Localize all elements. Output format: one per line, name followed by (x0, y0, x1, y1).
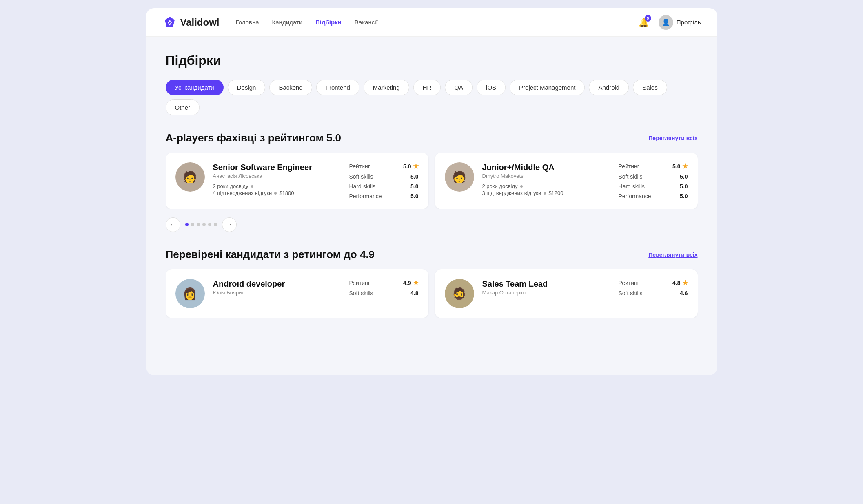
card1-perf-value: 5.0 (410, 193, 418, 199)
page-title: Підбірки (166, 53, 698, 68)
profile-button[interactable]: 👤 Профіль (659, 15, 701, 30)
filter-tags: Усі кандидати Design Backend Frontend Ma… (166, 80, 698, 115)
filter-ios[interactable]: iOS (477, 80, 506, 95)
dot4 (544, 192, 546, 195)
filter-all[interactable]: Усі кандидати (166, 80, 224, 95)
card2-soft-value: 5.0 (680, 173, 688, 180)
card3-avatar: 👩 (175, 279, 205, 308)
card1-salary: $1800 (279, 190, 294, 196)
logo-icon (162, 15, 177, 30)
avatar: 👤 (659, 15, 673, 30)
card3-soft-value: 4.8 (410, 290, 418, 296)
star-icon-4: ★ (682, 279, 688, 287)
filter-project-management[interactable]: Project Management (510, 80, 585, 95)
card2-rating-row: Рейтинг 5.0 ★ (619, 162, 688, 170)
card4-avatar: 🧔 (445, 279, 474, 308)
card1-perf-row: Performance 5.0 (349, 193, 419, 199)
card3-rating-label: Рейтинг (349, 280, 370, 286)
card1-title: Senior Software Engineer (213, 162, 341, 172)
card1-meta: 2 роки досвіду 4 підтверджених відгуки $… (213, 183, 341, 196)
card1-subtitle: Анастасія Лісовська (213, 173, 341, 179)
card3-rating-value: 4.9 ★ (403, 279, 418, 287)
card2-avatar: 🧑 (445, 162, 474, 192)
app-name: Validowl (180, 17, 220, 28)
card1-experience: 2 роки досвіду (213, 183, 248, 189)
star-icon-3: ★ (413, 279, 419, 287)
section2-view-all[interactable]: Переглянути всіх (648, 252, 697, 258)
candidate-card-1[interactable]: 🧑 Senior Software Engineer Анастасія Ліс… (166, 153, 428, 209)
card1-rating-row: Рейтинг 5.0 ★ (349, 162, 419, 170)
carousel-dot-2 (191, 223, 194, 226)
card2-title: Junior+/Middle QA (482, 162, 610, 172)
card3-info: Android developer Юлія Боярин (213, 279, 341, 308)
nav-vacancies[interactable]: Вакансії (355, 19, 378, 26)
main-content: Підбірки Усі кандидати Design Backend Fr… (146, 37, 717, 351)
carousel-next[interactable]: → (222, 217, 237, 232)
filter-android[interactable]: Android (589, 80, 629, 95)
card2-salary: $1200 (548, 190, 563, 196)
dot1 (251, 185, 253, 188)
candidate-card-2[interactable]: 🧑 Junior+/Middle QA Dmytro Makovets 2 ро… (435, 153, 698, 209)
carousel-dot-6 (214, 223, 217, 226)
card1-hard-label: Hard skills (349, 183, 376, 190)
carousel-dot-3 (197, 223, 200, 226)
card2-hard-value: 5.0 (680, 183, 688, 190)
card4-rating-label: Рейтинг (619, 280, 639, 286)
card2-perf-row: Performance 5.0 (619, 193, 688, 199)
logo[interactable]: Validowl (162, 15, 220, 30)
card2-subtitle: Dmytro Makovets (482, 173, 610, 179)
section1-header: A-players фахівці з рейтингом 5.0 Перегл… (166, 132, 698, 144)
filter-other[interactable]: Other (166, 99, 200, 115)
nav-collections[interactable]: Підбірки (315, 19, 342, 26)
dot3 (520, 185, 523, 188)
filter-hr[interactable]: HR (413, 80, 441, 95)
candidate-card-4[interactable]: 🧔 Sales Team Lead Макар Остаперко Рейтин… (435, 269, 698, 318)
card1-hard-value: 5.0 (410, 183, 418, 190)
section-aplayers: A-players фахівці з рейтингом 5.0 Перегл… (166, 132, 698, 232)
filter-backend[interactable]: Backend (269, 80, 312, 95)
card1-soft-row: Soft skills 5.0 (349, 173, 419, 180)
card2-perf-value: 5.0 (680, 193, 688, 199)
card4-info: Sales Team Lead Макар Остаперко (482, 279, 610, 308)
card1-soft-label: Soft skills (349, 173, 373, 180)
card4-subtitle: Макар Остаперко (482, 290, 610, 296)
card4-title: Sales Team Lead (482, 279, 610, 289)
notification-badge: 5 (645, 15, 651, 22)
card1-rating-label: Рейтинг (349, 163, 370, 170)
star-icon-2: ★ (682, 162, 688, 170)
card3-soft-label: Soft skills (349, 290, 373, 296)
section-verified: Перевірені кандидати з ретингом до 4.9 П… (166, 248, 698, 318)
filter-qa[interactable]: QA (445, 80, 473, 95)
nav-candidates[interactable]: Кандидати (272, 19, 303, 26)
carousel-dots (185, 223, 217, 226)
filter-sales[interactable]: Sales (633, 80, 667, 95)
section2-cards: 👩 Android developer Юлія Боярин Рейтинг … (166, 269, 698, 318)
candidate-card-3[interactable]: 👩 Android developer Юлія Боярин Рейтинг … (166, 269, 428, 318)
carousel-dot-5 (208, 223, 211, 226)
section1-view-all[interactable]: Переглянути всіх (648, 135, 697, 141)
card4-stats: Рейтинг 4.8 ★ Soft skills 4.6 (619, 279, 688, 308)
header-left: Validowl Головна Кандидати Підбірки Вака… (162, 15, 378, 30)
carousel-dot-4 (202, 223, 206, 226)
filter-marketing[interactable]: Marketing (364, 80, 409, 95)
card2-stats: Рейтинг 5.0 ★ Soft skills 5.0 Hard skill… (619, 162, 688, 199)
card2-meta: 2 роки досвіду 3 підтверджених відгуки $… (482, 183, 610, 196)
profile-label: Профіль (677, 19, 701, 26)
header-right: 🔔 5 👤 Профіль (636, 14, 701, 31)
notification-button[interactable]: 🔔 5 (636, 14, 652, 31)
card1-stats: Рейтинг 5.0 ★ Soft skills 5.0 Hard skill… (349, 162, 419, 199)
carousel-prev[interactable]: ← (166, 217, 180, 232)
filter-design[interactable]: Design (228, 80, 266, 95)
card1-experience-row: 2 роки досвіду (213, 183, 341, 189)
card3-title: Android developer (213, 279, 341, 289)
filter-frontend[interactable]: Frontend (316, 80, 359, 95)
section2-header: Перевірені кандидати з ретингом до 4.9 П… (166, 248, 698, 261)
star-icon-1: ★ (413, 162, 419, 170)
dot2 (274, 192, 277, 195)
svg-point-0 (169, 20, 171, 22)
card2-perf-label: Performance (619, 193, 651, 199)
card2-experience: 2 роки досвіду (482, 183, 518, 189)
nav-home[interactable]: Головна (236, 19, 259, 26)
card2-hard-row: Hard skills 5.0 (619, 183, 688, 190)
card4-rating-row: Рейтинг 4.8 ★ (619, 279, 688, 287)
